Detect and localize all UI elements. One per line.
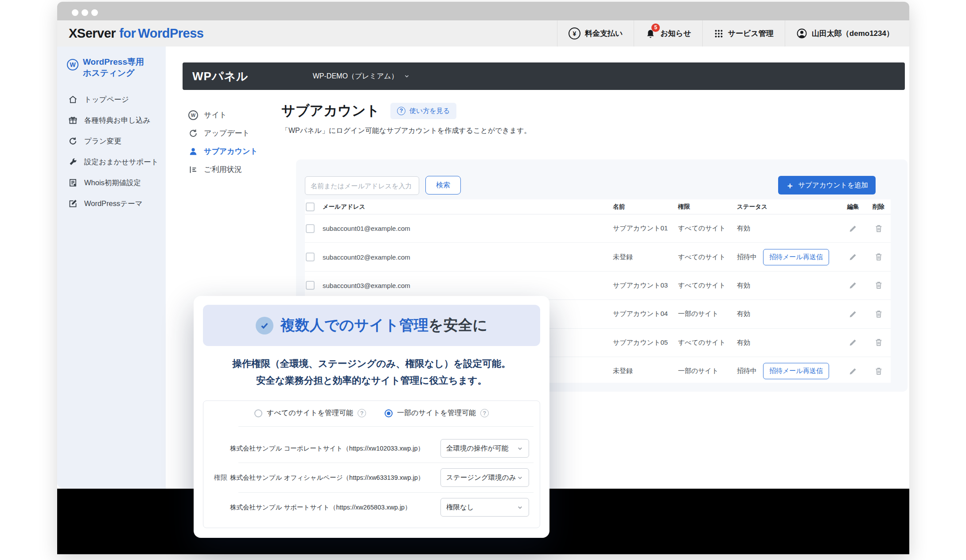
plus-icon: ＋ (786, 181, 794, 190)
gift-icon (68, 116, 78, 125)
permission-select[interactable]: 全環境の操作が可能 (440, 439, 529, 458)
panel-nav-subaccount[interactable]: サブアカウント (188, 142, 281, 160)
sidebar-item-top-page[interactable]: トップページ (57, 89, 166, 110)
divider (238, 426, 534, 427)
add-subaccount-button[interactable]: ＋ サブアカウントを追加 (778, 176, 876, 194)
table-row: subaccount02@example.com 未登録 すべてのサイト 招待中… (305, 243, 891, 271)
person-icon (188, 147, 198, 156)
row-checkbox[interactable] (306, 253, 315, 261)
panel-nav-update[interactable]: アップデート (188, 124, 281, 142)
cell-name: 未登録 (613, 253, 678, 261)
nav-item-account[interactable]: 山田太郎（demo1234） (785, 20, 905, 47)
panel-nav-usage[interactable]: ご利用状況 (188, 160, 281, 179)
sidebar-title[interactable]: W WordPress専用ホスティング (67, 56, 144, 78)
panel-nav-site[interactable]: W サイト (188, 106, 281, 124)
permission-select[interactable]: 権限なし (440, 498, 529, 517)
cell-status: 招待中 招待メール再送信 (737, 249, 840, 265)
xserver-logo[interactable]: XServerforWordPress (69, 26, 203, 41)
question-circle-icon: ? (397, 107, 405, 115)
edit-button[interactable] (848, 280, 858, 290)
promo-description: 操作権限（全環境、ステージングのみ、権限なし）を設定可能。 安全な業務分担と効率… (194, 355, 549, 389)
nav-item-label: サービス管理 (728, 28, 774, 39)
logo-text-wordpress: WordPress (138, 26, 203, 40)
cell-permission: 一部のサイト (678, 367, 737, 375)
select-all-checkbox[interactable] (306, 202, 315, 211)
delete-button[interactable] (874, 252, 884, 262)
chevron-down-icon (517, 504, 523, 511)
col-delete: 削除 (866, 203, 891, 211)
delete-button[interactable] (874, 224, 884, 233)
nav-item-label: 料金支払い (585, 28, 623, 39)
delete-button[interactable] (874, 309, 884, 319)
resend-invite-button[interactable]: 招待メール再送信 (763, 249, 829, 265)
cell-name: サブアカウント03 (613, 281, 678, 290)
row-checkbox[interactable] (306, 224, 315, 233)
row-checkbox[interactable] (306, 281, 315, 290)
cell-permission: 一部のサイト (678, 310, 737, 318)
question-circle-icon[interactable]: ? (358, 409, 366, 417)
radio-icon-selected (385, 409, 393, 417)
site-selector[interactable]: WP-DEMO（プレミアム） (313, 72, 410, 81)
edit-button[interactable] (848, 366, 858, 376)
edit-button[interactable] (848, 309, 858, 319)
grid-icon (714, 29, 724, 39)
bell-icon: 5 (645, 28, 656, 39)
sidebar-item-benefits[interactable]: 各種特典お申し込み (57, 110, 166, 131)
refresh-icon (68, 136, 78, 146)
cell-email: subaccount03@example.com (323, 282, 613, 289)
sidebar-item-wordpress-theme[interactable]: WordPressテーマ (57, 193, 166, 214)
notification-badge: 5 (651, 23, 660, 32)
edit-icon (68, 199, 78, 208)
promo-card: 複数人でのサイト管理を安全に 操作権限（全環境、ステージングのみ、権限なし）を設… (194, 296, 549, 538)
sidebar-item-setup-support[interactable]: 設定おまかせサポート (57, 152, 166, 172)
nav-item-service-management[interactable]: サービス管理 (702, 20, 785, 47)
cell-permission: すべてのサイト (678, 281, 737, 290)
radio-some-sites[interactable]: 一部のサイトを管理可能 ? (385, 408, 489, 418)
window-control-dot[interactable] (91, 9, 98, 16)
document-icon (68, 178, 78, 187)
col-permission: 権限 (678, 203, 737, 211)
delete-button[interactable] (874, 366, 884, 376)
page-header: サブアカウント ? 使い方を見る (281, 101, 456, 120)
edit-button[interactable] (848, 224, 858, 233)
site-permission-row: 株式会社サンプル オフィシャルページ（https://xw633139.xwp.… (203, 463, 540, 492)
sidebar-item-whois[interactable]: Whois初期値設定 (57, 172, 166, 193)
question-circle-icon[interactable]: ? (480, 409, 489, 417)
stage: XServerforWordPress ¥ 料金支払い 5 お知らせ (0, 0, 966, 560)
permission-settings-panel: すべてのサイトを管理可能 ? 一部のサイトを管理可能 ? 権限 株式会社サンプル… (203, 401, 540, 528)
home-icon (68, 95, 78, 104)
search-input[interactable] (305, 176, 419, 195)
promo-heading: 複数人でのサイト管理を安全に (203, 305, 540, 346)
site-name: 株式会社サンプル サポートサイト（https://xw265803.xwp.jp… (230, 493, 436, 522)
site-permission-row: 株式会社サンプル サポートサイト（https://xw265803.xwp.jp… (203, 493, 540, 522)
delete-button[interactable] (874, 338, 884, 347)
yen-circle-icon: ¥ (569, 27, 580, 39)
usage-list-icon (188, 165, 198, 175)
edit-button[interactable] (848, 338, 858, 347)
edit-button[interactable] (848, 252, 858, 262)
app-header: XServerforWordPress ¥ 料金支払い 5 お知らせ (57, 20, 909, 47)
scope-radio-group: すべてのサイトを管理可能 ? 一部のサイトを管理可能 ? (203, 408, 540, 418)
resend-invite-button[interactable]: 招待メール再送信 (763, 363, 829, 379)
check-circle-icon (256, 317, 273, 334)
radio-all-sites[interactable]: すべてのサイトを管理可能 ? (254, 408, 366, 418)
wp-panel-brand: WPパネル (192, 69, 249, 84)
permission-select[interactable]: ステージング環境のみ (440, 468, 529, 487)
col-status: ステータス (737, 203, 840, 211)
site-name: 株式会社サンプル オフィシャルページ（https://xw633139.xwp.… (230, 463, 436, 492)
cell-name: 未登録 (613, 367, 678, 375)
help-link[interactable]: ? 使い方を見る (390, 103, 456, 119)
cell-name: サブアカウント01 (613, 224, 678, 233)
nav-item-payment[interactable]: ¥ 料金支払い (557, 20, 634, 47)
window-control-dot[interactable] (82, 9, 88, 16)
window-control-dot[interactable] (72, 9, 78, 16)
sidebar-item-plan-change[interactable]: プラン変更 (57, 131, 166, 152)
delete-button[interactable] (874, 280, 884, 290)
promo-heading-text: 複数人でのサイト管理を安全に (280, 315, 487, 335)
wp-panel-bar: WPパネル WP-DEMO（プレミアム） (183, 62, 905, 90)
nav-item-notifications[interactable]: 5 お知らせ (634, 20, 702, 47)
cell-status: 招待中 招待メール再送信 (737, 363, 840, 379)
search-button[interactable]: 検索 (425, 176, 461, 194)
wordpress-icon: W (67, 59, 78, 70)
cell-email: subaccount01@example.com (323, 225, 613, 232)
